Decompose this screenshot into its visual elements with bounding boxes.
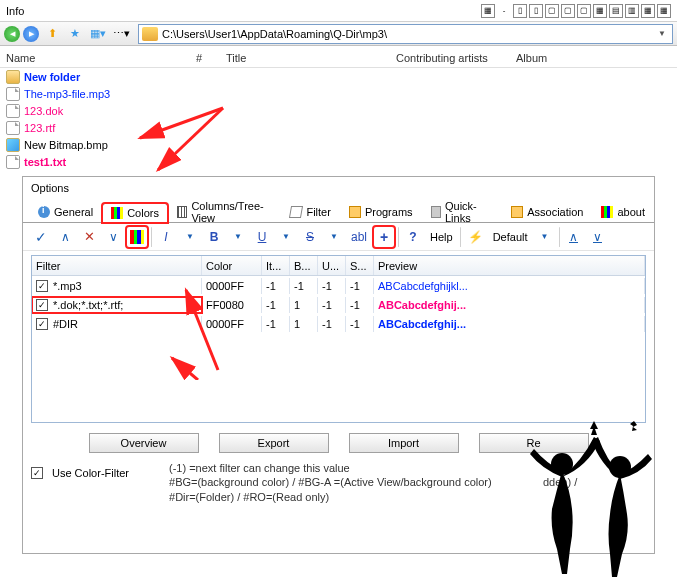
reset-button[interactable]: Re [479,433,589,453]
apply-icon[interactable]: ✓ [31,227,51,247]
column-hash[interactable]: # [190,52,220,64]
column-name[interactable]: Name [0,52,190,64]
tab-quick-links[interactable]: Quick-Links [422,202,503,222]
file-row[interactable]: The-mp3-file.mp3 [0,85,677,102]
separator [398,227,399,247]
grid-header-filter[interactable]: Filter [32,256,202,275]
italic-button[interactable]: I [156,227,176,247]
grid-row[interactable]: #DIR0000FF-11-1-1ABCabcdefghij... [32,314,645,333]
filter-checkbox[interactable] [36,299,48,311]
up-button[interactable]: ⬆ [42,24,62,44]
cell-b: 1 [290,297,318,313]
filter-text: #DIR [53,318,78,330]
use-color-filter-label: Use Color-Filter [52,467,129,479]
up-icon[interactable]: ∧ [55,227,75,247]
grid-header-u[interactable]: U... [318,256,346,275]
default-dropdown[interactable]: ▼ [535,227,555,247]
grid-row[interactable]: *.mp30000FF-1-1-1-1ABCabcdefghijkl... [32,276,645,295]
tab-association[interactable]: Association [502,202,592,222]
layout-icon[interactable]: ▥ [625,4,639,18]
export-button[interactable]: Export [219,433,329,453]
column-album[interactable]: Album [510,52,610,64]
layout-icon[interactable]: ▢ [561,4,575,18]
file-row[interactable]: 123.dok [0,102,677,119]
cell-u: -1 [318,297,346,313]
preview-cell: ABCabcdefghijkl... [374,278,645,294]
grid-header-preview[interactable]: Preview [374,256,645,275]
tab-columns-tree-view[interactable]: Columns/Tree-View [168,202,281,222]
file-name: New folder [24,71,80,83]
add-button[interactable]: + [374,227,394,247]
filter-icon [289,206,303,218]
bold-button[interactable]: B [204,227,224,247]
underline-button[interactable]: U [252,227,272,247]
tab-filter[interactable]: Filter [281,202,339,222]
down-icon[interactable]: ∨ [103,227,123,247]
view-button[interactable]: ▦▾ [88,24,108,44]
cell-s: -1 [346,297,374,313]
cell-b: 1 [290,316,318,332]
layout-icon[interactable]: ▦ [481,4,495,18]
default-label[interactable]: Default [490,227,531,247]
folder-icon [142,27,158,41]
use-color-filter-checkbox[interactable] [31,467,43,479]
bold-dropdown[interactable]: ▼ [228,227,248,247]
strike-dropdown[interactable]: ▼ [324,227,344,247]
filter-checkbox[interactable] [36,318,48,330]
preview-cell: ABCabcdefghij... [374,297,645,313]
layout-icon[interactable]: ▤ [609,4,623,18]
tab-general[interactable]: General [29,202,102,222]
file-row[interactable]: New Bitmap.bmp [0,136,677,153]
layout-icon[interactable]: ▢ [545,4,559,18]
overview-button[interactable]: Overview [89,433,199,453]
menu-button[interactable]: ⋯▾ [111,24,131,44]
default-icon[interactable]: ⚡ [465,227,486,247]
tab-label: Colors [127,207,159,219]
column-title[interactable]: Title [220,52,390,64]
filter-cell[interactable]: #DIR [32,316,202,332]
italic-dropdown[interactable]: ▼ [180,227,200,247]
filter-cell[interactable]: *.dok;*.txt;*.rtf; [32,297,202,313]
address-bar[interactable]: C:\Users\User1\AppData\Roaming\Q-Dir\mp3… [138,24,673,44]
cell-color: 0000FF [202,316,262,332]
tab-about[interactable]: about [592,202,654,222]
layout-icon[interactable]: ▯ [513,4,527,18]
column-contrib[interactable]: Contributing artists [390,52,510,64]
layout-icon[interactable]: ▯ [529,4,543,18]
grid-header-color[interactable]: Color [202,256,262,275]
tab-programs[interactable]: Programs [340,202,422,222]
collapse-icon[interactable]: ∧ [564,227,584,247]
grid-header-it[interactable]: It... [262,256,290,275]
address-dropdown-icon[interactable]: ▼ [655,29,669,38]
color-palette-button[interactable] [127,227,147,247]
abl-button[interactable]: abl [348,227,370,247]
filter-checkbox[interactable] [36,280,48,292]
close-icon[interactable]: ✕ [79,227,99,247]
cell-u: -1 [318,278,346,294]
forward-button[interactable] [23,26,39,42]
tab-label: about [617,206,645,218]
file-row[interactable]: New folder [0,68,677,85]
grid-header-b[interactable]: B... [290,256,318,275]
underline-dropdown[interactable]: ▼ [276,227,296,247]
layout-icon[interactable]: ▦ [657,4,671,18]
layout-icon[interactable]: - [497,4,511,18]
expand-icon[interactable]: ∨ [588,227,608,247]
back-button[interactable] [4,26,20,42]
help-icon[interactable]: ? [403,227,423,247]
layout-icon[interactable]: ▢ [577,4,591,18]
favorites-button[interactable]: ★ [65,24,85,44]
filter-cell[interactable]: *.mp3 [32,278,202,294]
file-row[interactable]: test1.txt [0,153,677,170]
layout-icon[interactable]: ▦ [593,4,607,18]
help-label[interactable]: Help [427,227,456,247]
doc-icon [6,87,20,101]
file-row[interactable]: 123.rtf [0,119,677,136]
strike-button[interactable]: S [300,227,320,247]
tab-colors[interactable]: Colors [102,203,168,223]
layout-icon[interactable]: ▦ [641,4,655,18]
grid-header-s[interactable]: S... [346,256,374,275]
import-button[interactable]: Import [349,433,459,453]
ql-icon [431,206,441,218]
grid-row[interactable]: *.dok;*.txt;*.rtf;FF0080-11-1-1ABCabcdef… [32,295,645,314]
